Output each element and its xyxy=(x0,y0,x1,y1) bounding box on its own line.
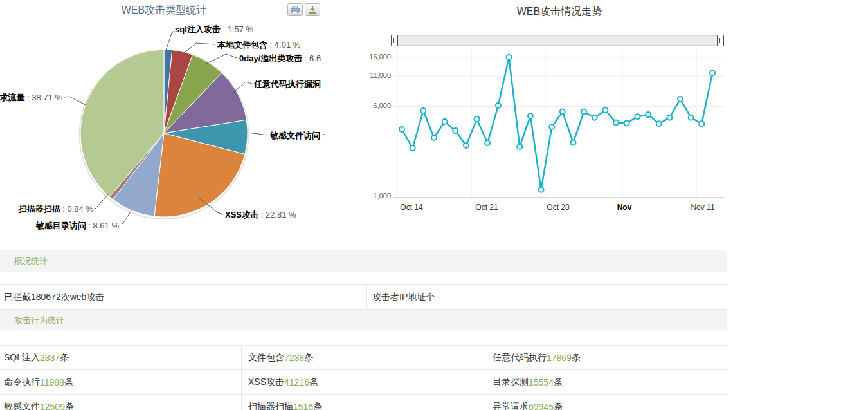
pie-chart-title: WEB攻击类型统计 xyxy=(0,4,328,17)
data-point-marker[interactable] xyxy=(442,119,448,124)
download-button[interactable] xyxy=(305,3,320,16)
pie-label: 求流量 : 38.71 % xyxy=(0,92,62,104)
x-axis-tick-label: Nov 11 xyxy=(680,203,725,212)
data-point-marker[interactable] xyxy=(592,115,597,120)
data-point-marker[interactable] xyxy=(560,109,565,115)
dashboard: sql注入攻击 : 1.57 %本地文件包含 : 4.01 %0day/溢出类攻… xyxy=(0,0,868,410)
data-point-marker[interactable] xyxy=(646,112,651,117)
behavior-table: SQL注入2837条 文件包含7238条 任意代码执行17869条 命令执行11… xyxy=(0,345,727,410)
stat-cell: 异常请求69945条 xyxy=(487,395,727,410)
table-row: SQL注入2837条 文件包含7238条 任意代码执行17869条 xyxy=(0,345,727,369)
overview-section-header: 概况统计 xyxy=(0,250,727,272)
stat-cell: SQL注入2837条 xyxy=(0,346,241,369)
pie-label: 任意代码执行漏洞 xyxy=(254,79,321,90)
stat-cell: 目录探测15554条 xyxy=(487,370,727,394)
data-point-marker[interactable] xyxy=(689,115,694,120)
data-point-marker[interactable] xyxy=(667,115,672,120)
data-point-marker[interactable] xyxy=(528,113,533,118)
data-point-marker[interactable] xyxy=(399,127,404,132)
stat-cell: 敏感文件12509条 xyxy=(0,395,241,410)
overview-header-label: 概况统计 xyxy=(14,256,48,267)
overview-row: 已拦截180672次web攻击 攻击者IP地址个 xyxy=(0,284,727,310)
chart-toolbar xyxy=(287,3,320,16)
data-point-marker[interactable] xyxy=(420,108,426,113)
data-point-marker[interactable] xyxy=(475,116,480,122)
data-point-marker[interactable] xyxy=(699,121,704,126)
x-axis-tick-label: Oct 14 xyxy=(389,203,434,212)
line-series xyxy=(402,57,712,190)
data-point-marker[interactable] xyxy=(602,107,608,113)
stat-cell: 扫描器扫描1516条 xyxy=(241,395,487,410)
data-point-marker[interactable] xyxy=(581,109,586,115)
data-point-marker[interactable] xyxy=(485,140,490,145)
pie-label-connector xyxy=(95,194,108,209)
data-point-marker[interactable] xyxy=(549,124,554,129)
x-axis-tick-label: Oct 28 xyxy=(536,203,581,212)
data-point-marker[interactable] xyxy=(539,187,544,192)
pie-label-connector xyxy=(121,210,132,225)
table-row: 命令执行11988条 XSS攻击41216条 目录探测15554条 xyxy=(0,369,727,394)
data-point-marker[interactable] xyxy=(635,114,640,119)
pie-label-connector xyxy=(64,97,86,105)
pie-label: sql注入攻击 : 1.57 % xyxy=(175,24,253,35)
data-point-marker[interactable] xyxy=(678,97,683,102)
pie-label-connector xyxy=(247,133,267,135)
overview-cell-attacker-ip: 攻击者IP地址个 xyxy=(366,285,727,309)
y-axis-tick-label: 11,000 xyxy=(359,71,391,79)
behavior-header-label: 攻击行为统计 xyxy=(14,315,64,326)
y-axis-tick-label: 16,000 xyxy=(359,53,391,61)
data-point-marker[interactable] xyxy=(410,145,415,151)
pie-label: XSS攻击 : 22.81 % xyxy=(225,209,296,221)
data-point-marker[interactable] xyxy=(453,128,458,133)
stat-cell: 命令执行11988条 xyxy=(0,370,241,394)
data-point-marker[interactable] xyxy=(571,140,576,145)
stat-cell: XSS攻击41216条 xyxy=(241,370,487,394)
pie-label: 0day/溢出类攻击 : 6.6 xyxy=(239,53,321,64)
table-row: 敏感文件12509条 扫描器扫描1516条 异常请求69945条 xyxy=(0,394,727,410)
pie-label-connector xyxy=(183,43,215,54)
stat-cell: 文件包含7238条 xyxy=(241,346,487,369)
x-axis-tick-label: Oct 21 xyxy=(464,203,509,212)
data-point-marker[interactable] xyxy=(656,121,662,126)
data-point-marker[interactable] xyxy=(431,135,437,140)
pie-label: 本地文件包含 : 4.01 % xyxy=(217,39,300,51)
data-point-marker[interactable] xyxy=(496,103,501,108)
data-point-marker[interactable] xyxy=(710,70,715,75)
print-icon xyxy=(291,6,300,14)
data-point-marker[interactable] xyxy=(507,55,512,60)
y-axis-tick-label: 6,000 xyxy=(359,102,391,109)
pie-label-connector xyxy=(206,54,237,64)
download-icon xyxy=(308,6,317,14)
stat-cell: 任意代码执行17869条 xyxy=(487,346,727,369)
overview-cell-blocked: 已拦截180672次web攻击 xyxy=(0,285,366,309)
y-axis-tick-label: 1,000 xyxy=(359,192,391,200)
data-point-marker[interactable] xyxy=(624,120,629,126)
pie-label: 敏感目录访问 : 8.61 % xyxy=(0,220,119,232)
pie-label-connector xyxy=(166,30,174,50)
x-axis-tick-label: Nov xyxy=(602,203,647,212)
print-button[interactable] xyxy=(287,3,303,16)
data-point-marker[interactable] xyxy=(464,143,469,148)
data-point-marker[interactable] xyxy=(517,144,522,149)
pie-label: 扫描器扫描 : 0.84 % xyxy=(0,203,93,215)
data-point-marker[interactable] xyxy=(613,120,619,126)
pie-label: 敏感文件访问 : xyxy=(270,130,325,142)
behavior-section-header: 攻击行为统计 xyxy=(0,310,727,331)
